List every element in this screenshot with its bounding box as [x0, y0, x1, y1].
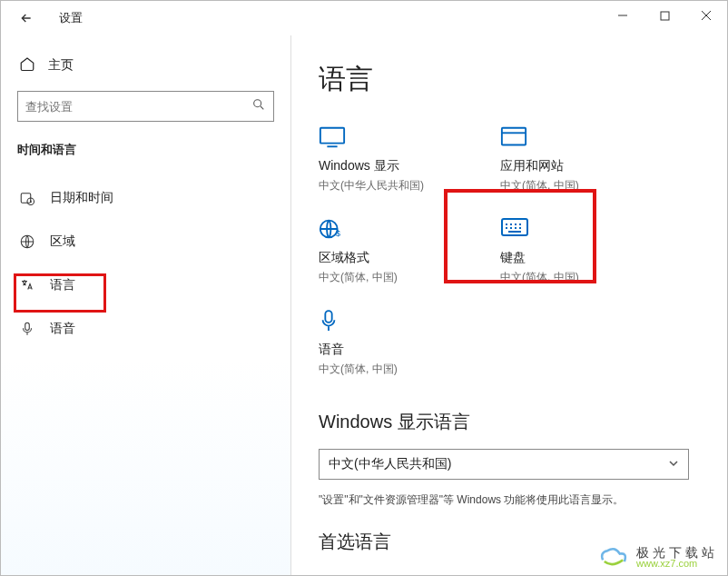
preferred-language-heading: 首选语言 [319, 530, 700, 554]
language-icon [19, 277, 35, 293]
sidebar-item-label: 区域 [50, 233, 75, 250]
sidebar-section-title: 时间和语言 [17, 142, 274, 158]
tile-region-format[interactable]: $ 区域格式 中文(简体, 中国) [319, 217, 464, 285]
tile-label: 键盘 [500, 250, 645, 266]
tile-label: Windows 显示 [319, 158, 464, 174]
home-label: 主页 [48, 57, 74, 74]
sidebar-item-region[interactable]: 区域 [17, 222, 274, 262]
tile-sublabel: 中文(简体, 中国) [319, 362, 464, 377]
tile-sublabel: 中文(简体, 中国) [500, 178, 645, 194]
minimize-button[interactable] [602, 1, 644, 30]
svg-rect-11 [325, 311, 331, 323]
sidebar-item-label: 语言 [50, 277, 75, 293]
tile-label: 应用和网站 [500, 158, 645, 174]
search-input[interactable] [25, 100, 251, 114]
tile-grid: Windows 显示 中文(中华人民共和国) 应用和网站 中文(简体, 中国) … [319, 125, 700, 401]
display-language-help: "设置"和"文件资源管理器"等 Windows 功能将使用此语言显示。 [319, 492, 700, 508]
tile-sublabel: 中文(中华人民共和国) [319, 178, 464, 194]
window-icon [500, 125, 527, 149]
svg-point-1 [254, 100, 261, 107]
tile-sublabel: 中文(简体, 中国) [500, 270, 645, 285]
tile-label: 语音 [319, 342, 464, 358]
sidebar-item-datetime[interactable]: 日期和时间 [17, 178, 274, 218]
tile-apps-websites[interactable]: 应用和网站 中文(简体, 中国) [500, 125, 645, 194]
window-title: 设置 [59, 10, 83, 26]
maximize-button[interactable] [644, 1, 685, 30]
svg-rect-7 [502, 128, 526, 145]
tile-speech[interactable]: 语音 中文(简体, 中国) [319, 309, 464, 377]
svg-text:$: $ [336, 229, 341, 238]
tile-windows-display[interactable]: Windows 显示 中文(中华人民共和国) [319, 125, 464, 194]
tile-sublabel: 中文(简体, 中国) [319, 270, 464, 285]
microphone-icon [319, 309, 346, 333]
display-language-dropdown[interactable]: 中文(中华人民共和国) [319, 449, 689, 480]
page-heading: 语言 [319, 61, 700, 98]
tile-label: 区域格式 [319, 250, 464, 266]
back-button[interactable] [17, 9, 35, 27]
home-icon [19, 55, 35, 74]
globe-icon [19, 233, 35, 250]
tile-keyboard[interactable]: 键盘 中文(简体, 中国) [500, 217, 645, 285]
sidebar-item-language[interactable]: 语言 [17, 265, 274, 305]
search-box[interactable] [17, 91, 274, 122]
sidebar-item-label: 日期和时间 [50, 190, 113, 206]
calendar-clock-icon [19, 190, 35, 206]
monitor-icon [319, 125, 346, 149]
svg-rect-6 [320, 128, 344, 144]
main-content: 语言 Windows 显示 中文(中华人民共和国) 应用和网站 中文(简体, 中… [291, 35, 727, 575]
keyboard-icon [500, 217, 527, 241]
svg-rect-10 [502, 219, 527, 235]
chevron-down-icon [668, 457, 679, 472]
microphone-icon [19, 321, 35, 337]
globe-currency-icon: $ [319, 217, 346, 241]
close-button[interactable] [685, 1, 727, 30]
sidebar: 主页 时间和语言 日期和时间 区域 语言 [1, 35, 291, 575]
svg-rect-5 [25, 323, 30, 330]
search-icon [251, 97, 266, 115]
svg-rect-0 [661, 12, 669, 20]
sidebar-item-label: 语音 [50, 321, 75, 337]
dropdown-value: 中文(中华人民共和国) [329, 456, 451, 472]
home-link[interactable]: 主页 [17, 55, 274, 74]
sidebar-item-speech[interactable]: 语音 [17, 309, 274, 349]
display-language-heading: Windows 显示语言 [319, 410, 700, 434]
